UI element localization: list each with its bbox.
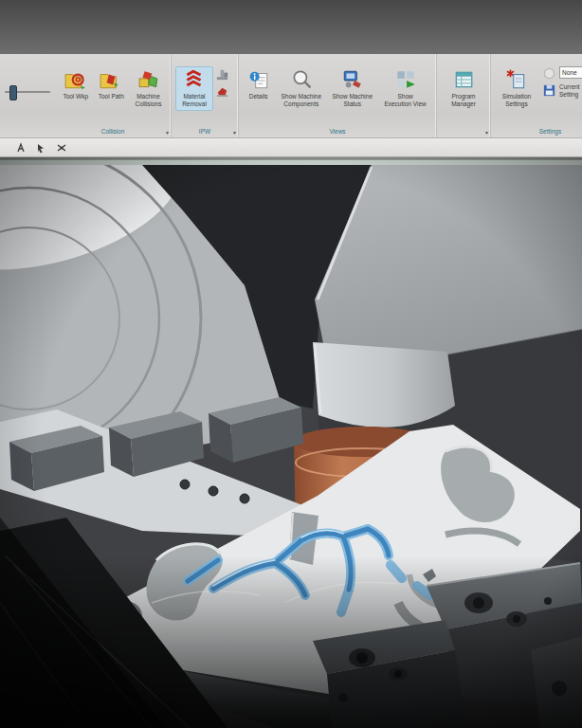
quick-toolbar-icon-1[interactable] bbox=[16, 142, 27, 154]
details-info-icon bbox=[247, 68, 270, 91]
ipw-removal-small-icon[interactable] bbox=[215, 83, 229, 98]
ribbon-group-settings: Simulation Settings None Current Setting… bbox=[491, 54, 582, 137]
spindle-nose bbox=[313, 342, 455, 428]
machine-collision-icon bbox=[137, 68, 160, 91]
disabled-circle-icon bbox=[542, 66, 556, 81]
group-dropdown-caret[interactable]: ▾ bbox=[166, 130, 169, 136]
details-button[interactable]: Details bbox=[243, 66, 274, 102]
ribbon-group-collision: Tool Wkp Tool Path Machine Collisions Co… bbox=[55, 54, 172, 137]
button-label: Details bbox=[249, 93, 268, 100]
machine-collisions-button[interactable]: Machine Collisions bbox=[130, 66, 167, 111]
title-bar bbox=[0, 0, 582, 54]
tool-path-button[interactable]: Tool Path bbox=[95, 66, 129, 102]
button-label: Machine Collisions bbox=[136, 93, 162, 109]
button-label: Show Machine Components bbox=[281, 93, 321, 109]
group-dropdown-caret[interactable]: ▾ bbox=[485, 130, 488, 136]
viewport-3d[interactable] bbox=[0, 157, 582, 728]
material-removal-button[interactable]: Material Removal bbox=[175, 66, 213, 111]
button-label: Simulation Settings bbox=[502, 93, 531, 109]
execution-view-icon bbox=[394, 68, 417, 91]
show-execution-view-button[interactable]: Show Execution View bbox=[378, 66, 432, 111]
program-manager-icon bbox=[452, 68, 475, 91]
show-machine-status-button[interactable]: Show Machine Status bbox=[328, 66, 376, 111]
simulation-settings-button[interactable]: Simulation Settings bbox=[495, 66, 538, 125]
program-manager-button[interactable]: Program Manager bbox=[442, 66, 485, 111]
button-label: Show Machine Status bbox=[332, 93, 373, 109]
group-label-ipw: IPW bbox=[172, 125, 238, 137]
material-removal-icon bbox=[183, 68, 206, 91]
button-label: Show Execution View bbox=[384, 93, 426, 109]
group-label-program bbox=[437, 125, 490, 137]
group-label-collision: Collision bbox=[55, 125, 171, 137]
quick-toolbar-icon-3[interactable] bbox=[56, 142, 67, 154]
simulation-settings-icon bbox=[505, 68, 528, 91]
button-label: Tool Path bbox=[99, 93, 124, 100]
group-dropdown-caret[interactable]: ▾ bbox=[233, 130, 236, 136]
button-label: Tool Wkp bbox=[63, 93, 88, 100]
magnifier-icon bbox=[290, 68, 313, 91]
current-setting-input[interactable]: None bbox=[559, 66, 582, 79]
button-label: Program Manager bbox=[451, 93, 476, 109]
ribbon-group-views: Details Show Machine Components Show Mac… bbox=[239, 54, 437, 137]
save-icon[interactable] bbox=[542, 83, 556, 98]
toolpath-folder-icon bbox=[64, 68, 87, 91]
playback-slider-zone bbox=[0, 54, 55, 137]
ipw-machine-small-icon[interactable] bbox=[215, 67, 229, 82]
group-label-settings: Settings bbox=[491, 125, 582, 137]
button-label: Material Removal bbox=[182, 93, 207, 109]
show-machine-components-button[interactable]: Show Machine Components bbox=[276, 66, 326, 111]
ribbon-group-program: Program Manager ▾ bbox=[437, 54, 491, 137]
group-label-views: Views bbox=[239, 125, 436, 137]
ribbon-group-ipw: Material Removal IPW ▾ bbox=[172, 54, 239, 137]
current-setting-label: Current Setting bbox=[559, 83, 580, 100]
playback-slider-thumb[interactable] bbox=[9, 85, 17, 100]
quick-toolbar bbox=[0, 138, 582, 157]
tool-wkp-button[interactable]: Tool Wkp bbox=[59, 66, 93, 102]
ribbon-toolbar: Tool Wkp Tool Path Machine Collisions Co… bbox=[0, 54, 582, 138]
quick-toolbar-icon-2[interactable] bbox=[36, 142, 47, 154]
toolpath-folder-icon bbox=[100, 68, 122, 91]
machine-status-icon bbox=[341, 68, 364, 91]
